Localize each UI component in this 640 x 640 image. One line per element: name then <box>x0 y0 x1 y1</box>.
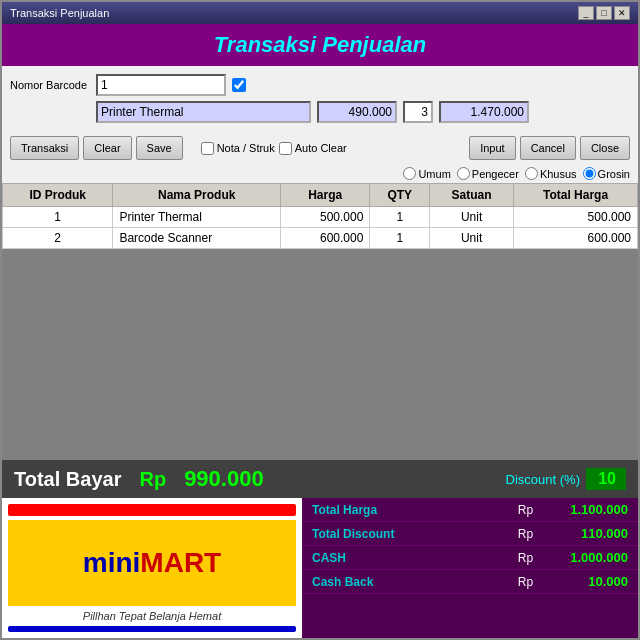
auto-clear-label: Auto Clear <box>279 142 347 155</box>
table-header-row: ID Produk Nama Produk Harga QTY Satuan T… <box>3 184 638 207</box>
table-row: 2 Barcode Scanner 600.000 1 Unit 600.000 <box>3 228 638 249</box>
cell-qty: 1 <box>370 228 430 249</box>
totals-rp: Rp <box>513 575 538 589</box>
total-rp: Rp <box>139 468 166 491</box>
totals-rp: Rp <box>513 551 538 565</box>
totals-row: Total Discount Rp 110.000 <box>302 522 638 546</box>
barcode-row: Nomor Barcode <box>10 74 630 96</box>
radio-grosin[interactable]: Grosin <box>583 167 630 180</box>
qty-input[interactable] <box>403 101 433 123</box>
save-button[interactable]: Save <box>136 136 183 160</box>
cell-id: 2 <box>3 228 113 249</box>
cancel-button[interactable]: Cancel <box>520 136 576 160</box>
total-input[interactable] <box>439 101 529 123</box>
minimart-panel: miniMART Pillhan Tepat Belanja Hemat <box>2 498 302 638</box>
radio-umum[interactable]: Umum <box>403 167 450 180</box>
minimart-text: miniMART <box>83 547 221 579</box>
barcode-checkbox[interactable] <box>232 78 246 92</box>
totals-value: 110.000 <box>538 526 628 541</box>
cell-satuan: Unit <box>430 207 514 228</box>
product-table-container: ID Produk Nama Produk Harga QTY Satuan T… <box>2 183 638 460</box>
cell-total: 600.000 <box>514 228 638 249</box>
col-total: Total Harga <box>514 184 638 207</box>
totals-value: 1.100.000 <box>538 502 628 517</box>
nota-struk-checkbox[interactable] <box>201 142 214 155</box>
price-type-row: Umum Pengecer Khusus Grosin <box>2 164 638 183</box>
toolbar: Transaksi Clear Save Nota / Struk Auto C… <box>2 132 638 164</box>
totals-label: Total Harga <box>312 503 513 517</box>
totals-label: Total Discount <box>312 527 513 541</box>
form-area: Nomor Barcode <box>2 66 638 132</box>
total-bar: Total Bayar Rp 990.000 Discount (%) 10 <box>2 460 638 498</box>
window-controls: _ □ ✕ <box>578 6 630 20</box>
cell-harga: 500.000 <box>281 207 370 228</box>
bottom-section: miniMART Pillhan Tepat Belanja Hemat Tot… <box>2 498 638 638</box>
minimart-blue-bar <box>8 626 296 632</box>
col-harga: Harga <box>281 184 370 207</box>
col-qty: QTY <box>370 184 430 207</box>
totals-rp: Rp <box>513 527 538 541</box>
cell-id: 1 <box>3 207 113 228</box>
discount-section: Discount (%) 10 <box>506 468 626 490</box>
totals-label: Cash Back <box>312 575 513 589</box>
header-area: Transaksi Penjualan <box>2 24 638 66</box>
minimart-red-bar <box>8 504 296 516</box>
cell-qty: 1 <box>370 207 430 228</box>
totals-panel: Total Harga Rp 1.100.000 Total Discount … <box>302 498 638 638</box>
totals-rp: Rp <box>513 503 538 517</box>
total-bayar-label: Total Bayar <box>14 468 121 491</box>
close-button-main[interactable]: Close <box>580 136 630 160</box>
col-satuan: Satuan <box>430 184 514 207</box>
minimart-tagline: Pillhan Tepat Belanja Hemat <box>83 610 221 622</box>
mart-text: MART <box>140 547 221 578</box>
product-name-input[interactable] <box>96 101 311 123</box>
cell-nama: Printer Thermal <box>113 207 281 228</box>
totals-row: Cash Back Rp 10.000 <box>302 570 638 594</box>
transaksi-button[interactable]: Transaksi <box>10 136 79 160</box>
totals-value: 1.000.000 <box>538 550 628 565</box>
mini-text: mini <box>83 547 141 578</box>
cell-nama: Barcode Scanner <box>113 228 281 249</box>
clear-button[interactable]: Clear <box>83 136 131 160</box>
radio-pengecer[interactable]: Pengecer <box>457 167 519 180</box>
maximize-button[interactable]: □ <box>596 6 612 20</box>
col-id: ID Produk <box>3 184 113 207</box>
totals-row: Total Harga Rp 1.100.000 <box>302 498 638 522</box>
close-button[interactable]: ✕ <box>614 6 630 20</box>
total-amount: 990.000 <box>184 466 264 492</box>
product-table: ID Produk Nama Produk Harga QTY Satuan T… <box>2 183 638 249</box>
barcode-label: Nomor Barcode <box>10 79 90 91</box>
discount-value: 10 <box>586 468 626 490</box>
barcode-input[interactable] <box>96 74 226 96</box>
page-title: Transaksi Penjualan <box>2 32 638 58</box>
main-window: Transaksi Penjualan _ □ ✕ Transaksi Penj… <box>0 0 640 640</box>
price-input[interactable] <box>317 101 397 123</box>
cell-harga: 600.000 <box>281 228 370 249</box>
totals-value: 10.000 <box>538 574 628 589</box>
cell-total: 500.000 <box>514 207 638 228</box>
minimart-logo: miniMART <box>8 520 296 606</box>
discount-label: Discount (%) <box>506 472 580 487</box>
totals-label: CASH <box>312 551 513 565</box>
product-detail-row <box>96 101 630 123</box>
nota-struk-label: Nota / Struk <box>201 142 275 155</box>
totals-row: CASH Rp 1.000.000 <box>302 546 638 570</box>
cell-satuan: Unit <box>430 228 514 249</box>
title-bar: Transaksi Penjualan _ □ ✕ <box>2 2 638 24</box>
radio-khusus[interactable]: Khusus <box>525 167 577 180</box>
window-title: Transaksi Penjualan <box>10 7 109 19</box>
col-nama: Nama Produk <box>113 184 281 207</box>
minimize-button[interactable]: _ <box>578 6 594 20</box>
table-row: 1 Printer Thermal 500.000 1 Unit 500.000 <box>3 207 638 228</box>
auto-clear-checkbox[interactable] <box>279 142 292 155</box>
input-button[interactable]: Input <box>469 136 515 160</box>
